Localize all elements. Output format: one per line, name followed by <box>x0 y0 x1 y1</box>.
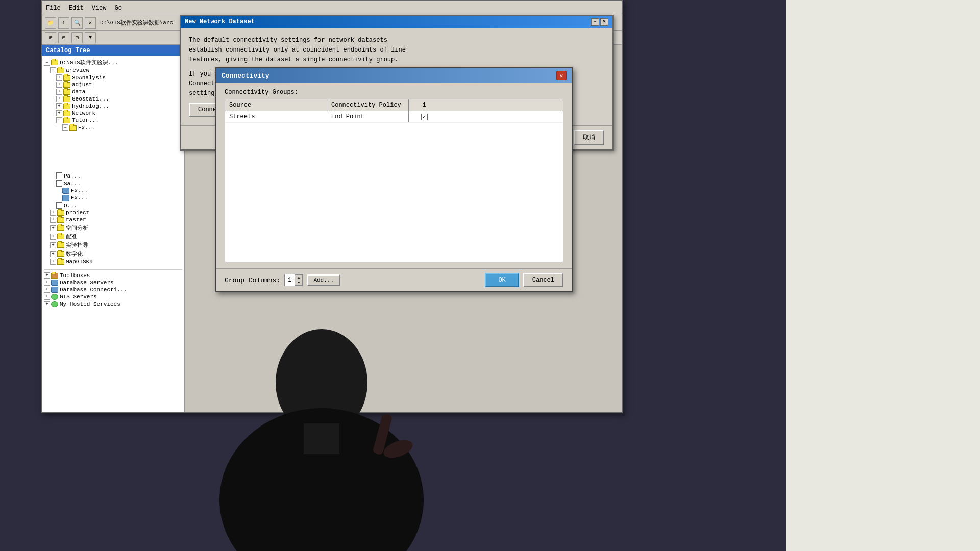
tree-item-geostati[interactable]: + Geostati... <box>44 95 182 103</box>
person-silhouette <box>194 321 449 551</box>
tree-item-shijian[interactable]: + 实验指导 <box>44 241 182 249</box>
table-header: Source Connectivity Policy 1 <box>225 99 563 111</box>
toolbar2-btn-1[interactable]: ⊞ <box>45 32 56 43</box>
toolbar-btn-3[interactable]: 🔍 <box>71 17 83 29</box>
expander-dbservers[interactable]: + <box>44 280 50 286</box>
tree-item-tutor[interactable]: − Tutor... <box>44 117 182 124</box>
expander-toolboxes[interactable]: + <box>44 272 50 279</box>
tree-item-project[interactable]: + project <box>44 209 182 216</box>
toolbar-btn-1[interactable]: 📁 <box>45 17 56 29</box>
expander-mapgisk9[interactable]: + <box>50 259 56 265</box>
tree-item-sa[interactable]: Sa... <box>44 180 182 187</box>
tree-item-data[interactable]: + data <box>44 88 182 95</box>
tree-item-adjust[interactable]: + adjust <box>44 81 182 88</box>
cancel-button[interactable]: Cancel <box>523 273 564 287</box>
expander-data[interactable]: + <box>56 89 62 95</box>
tree-item-arcview[interactable]: − arcview <box>44 67 182 74</box>
expander-network[interactable]: + <box>56 110 62 116</box>
tree-item-gisservers[interactable]: + GIS Servers <box>44 293 182 300</box>
toolbar2-btn-2[interactable]: ⊟ <box>58 32 69 43</box>
minimize-btn[interactable]: − <box>591 18 599 26</box>
tree-label-arcview: arcview <box>66 67 89 73</box>
expander-adjust[interactable]: + <box>56 82 62 88</box>
expander-ex1[interactable]: − <box>62 124 68 131</box>
tree-item-ex1[interactable]: − Ex... <box>44 124 182 131</box>
tree-item-3danalysis[interactable]: + 3DAnalysis <box>44 74 182 81</box>
menu-go[interactable]: Go <box>114 5 121 12</box>
expander-dbconnect[interactable]: + <box>44 287 50 293</box>
tree-item-spatial[interactable]: + 空间分析 <box>44 223 182 232</box>
tree-item-toolboxes[interactable]: + Toolboxes <box>44 272 182 279</box>
group-columns-spinner[interactable]: ▲ ▼ <box>295 274 303 286</box>
tree-label-myhosted: My Hosted Services <box>60 301 120 307</box>
expander-hydrolog[interactable]: + <box>56 103 62 109</box>
folder-icon-raster <box>57 217 64 223</box>
expander-tutor[interactable]: − <box>56 117 62 123</box>
file-icon-pa <box>56 172 62 179</box>
folder-icon-mapgisk9 <box>57 259 64 265</box>
close-btn-network[interactable]: × <box>600 18 608 26</box>
tree-item-ex-db2[interactable]: Ex... <box>44 194 182 202</box>
toolbar2-btn-3[interactable]: ⊡ <box>71 32 83 43</box>
folder-icon-root <box>51 60 58 65</box>
expander-peizun[interactable]: + <box>50 234 56 240</box>
expander-root[interactable]: − <box>44 60 50 66</box>
toolbar2-btn-4[interactable]: ▼ <box>85 32 96 43</box>
group-columns-row: Group Columns: 1 ▲ ▼ Add... <box>225 274 340 286</box>
new-network-titlebar: New Network Dataset − × <box>181 16 612 28</box>
tree-item-root[interactable]: − D:\GIS软件实验课... <box>44 58 182 67</box>
expander-project[interactable]: + <box>50 210 56 216</box>
cell-group-checkbox[interactable]: ✓ <box>409 111 439 122</box>
connectivity-title: Connectivity <box>222 72 270 80</box>
tree-label-shuzihua: 数字化 <box>66 250 83 258</box>
table-row[interactable]: Streets End Point ✓ <box>225 111 563 123</box>
tree-label-raster: raster <box>66 217 86 223</box>
checkbox-group1[interactable]: ✓ <box>421 114 428 120</box>
connectivity-close-btn[interactable]: ✕ <box>556 71 567 80</box>
folder-icon-toolboxes <box>51 273 58 279</box>
tree-item-ex-db1[interactable]: Ex... <box>44 187 182 194</box>
toolbar-btn-close[interactable]: ✕ <box>85 17 96 29</box>
tree-item-dbservers[interactable]: + Database Servers <box>44 279 182 286</box>
expander-shuzihua[interactable]: + <box>50 251 56 257</box>
tree-item-peizun[interactable]: + 配准 <box>44 232 182 241</box>
expander-gisservers[interactable]: + <box>44 294 50 300</box>
tree-label-3danalysis: 3DAnalysis <box>72 74 106 81</box>
tree-label-hydrolog: hydrolog... <box>72 103 109 109</box>
tree-item-dbconnect[interactable]: + Database Connecti... <box>44 286 182 293</box>
folder-icon-peizun <box>57 234 64 239</box>
expander-shijian[interactable]: + <box>50 242 56 248</box>
new-network-title: New Network Dataset <box>185 18 255 26</box>
add-button[interactable]: Add... <box>307 274 340 286</box>
connectivity-table-container: Source Connectivity Policy 1 Streets End… <box>225 99 564 262</box>
tree-item-myhosted[interactable]: + My Hosted Services <box>44 300 182 308</box>
spinner-up[interactable]: ▲ <box>295 275 302 280</box>
expander-arcview[interactable]: − <box>50 67 56 73</box>
tree-item-o[interactable]: O... <box>44 202 182 209</box>
tree-item-raster[interactable]: + raster <box>44 216 182 223</box>
nav-cancel-btn[interactable]: 取消 <box>574 130 604 145</box>
expander-myhosted[interactable]: + <box>44 301 50 307</box>
tree-label-project: project <box>66 210 89 216</box>
expander-3danalysis[interactable]: + <box>56 74 62 81</box>
tree-label-sa: Sa... <box>64 181 81 187</box>
tree-item-mapgisk9[interactable]: + MapGISK9 <box>44 258 182 265</box>
menu-edit[interactable]: Edit <box>69 5 84 12</box>
tree-item-shuzihua[interactable]: + 数字化 <box>44 249 182 258</box>
folder-icon-ex1 <box>69 125 77 131</box>
menu-view[interactable]: View <box>92 5 107 12</box>
spinner-down[interactable]: ▼ <box>295 280 302 285</box>
tree-item-hydrolog[interactable]: + hydrolog... <box>44 103 182 110</box>
expander-raster[interactable]: + <box>50 217 56 223</box>
expander-geostati[interactable]: + <box>56 96 62 102</box>
tree-item-network[interactable]: + Network <box>44 110 182 117</box>
toolbar-path: D:\GIS软件实验课数据\arc <box>100 19 173 27</box>
expander-spatial[interactable]: + <box>50 225 56 231</box>
toolbar-btn-2[interactable]: ↑ <box>58 17 69 29</box>
tree-label-spatial: 空间分析 <box>66 224 88 232</box>
menu-bar: File Edit View Go <box>42 1 622 15</box>
ok-button[interactable]: OK <box>485 273 519 287</box>
tree-item-pa[interactable]: Pa... <box>44 172 182 180</box>
folder-icon-adjust <box>63 82 70 88</box>
menu-file[interactable]: File <box>46 5 61 12</box>
